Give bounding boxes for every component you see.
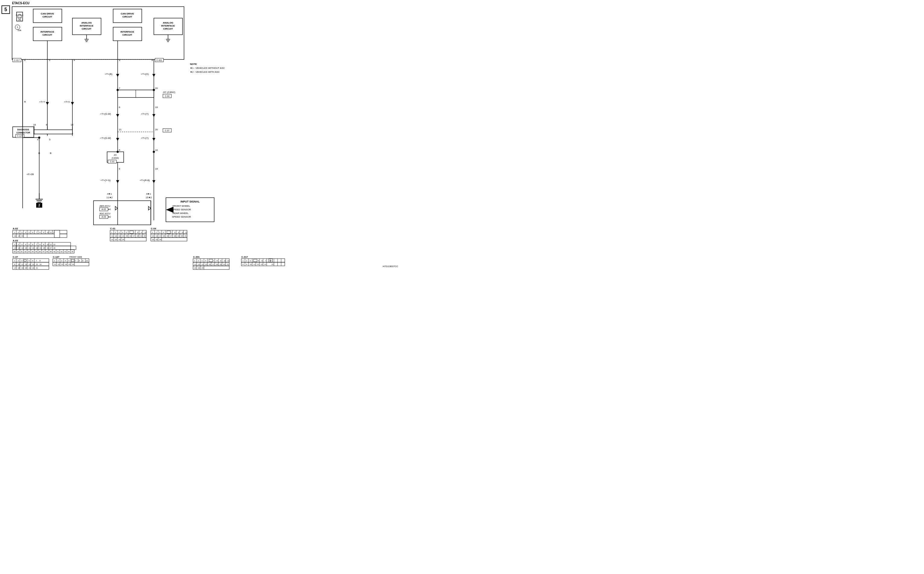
svg-text:5: 5 <box>258 260 259 262</box>
svg-text:7: 7 <box>36 244 37 245</box>
svg-text:J/C: J/C <box>114 154 117 156</box>
svg-text:4: 4 <box>205 260 206 262</box>
svg-text:11: 11 <box>50 232 52 233</box>
svg-text:9: 9 <box>43 244 44 245</box>
svg-marker-139 <box>152 180 155 183</box>
svg-text:6: 6 <box>261 260 263 262</box>
svg-text:4: 4 <box>65 260 66 262</box>
svg-text:12: 12 <box>25 263 27 265</box>
svg-text:C-127: C-127 <box>53 255 60 258</box>
svg-text:40: 40 <box>54 251 55 252</box>
svg-text:5: 5 <box>68 260 70 262</box>
svg-marker-100 <box>46 102 49 105</box>
svg-text:9: 9 <box>82 260 83 262</box>
svg-text:13: 13 <box>261 263 263 265</box>
svg-text:<T>(O): <T>(O) <box>141 73 149 76</box>
svg-text:10: 10 <box>224 260 226 262</box>
svg-text:11★2: 11★2 <box>107 196 113 199</box>
svg-text:7: 7 <box>265 260 266 262</box>
svg-text:14: 14 <box>159 235 161 237</box>
svg-text:4: 4 <box>163 232 164 233</box>
svg-text:7: 7 <box>213 260 214 262</box>
svg-text:8: 8 <box>39 260 41 262</box>
svg-text:9: 9 <box>14 263 16 265</box>
svg-text:2: 2 <box>18 232 19 233</box>
svg-text:CAN DRIVE: CAN DRIVE <box>41 13 54 15</box>
svg-text:<T>V: <T>V <box>64 101 70 103</box>
svg-text:5: 5 <box>119 149 120 151</box>
svg-text:8: 8 <box>79 260 80 262</box>
svg-text:12: 12 <box>194 263 197 265</box>
svg-text:24: 24 <box>122 239 124 241</box>
svg-text:8: 8 <box>137 232 139 233</box>
svg-text:·FRONT WHEEL: ·FRONT WHEEL <box>172 205 190 207</box>
svg-text:15: 15 <box>126 235 128 237</box>
svg-text:39: 39 <box>50 251 52 252</box>
svg-text:9: 9 <box>246 263 247 265</box>
svg-rect-248 <box>71 246 76 249</box>
svg-text:16: 16 <box>167 235 168 237</box>
svg-marker-76 <box>152 114 155 117</box>
svg-text:22: 22 <box>32 267 35 269</box>
svg-text:20: 20 <box>223 263 225 265</box>
svg-text:9: 9 <box>119 59 120 62</box>
svg-text:21: 21 <box>29 247 31 249</box>
svg-text:26: 26 <box>47 247 49 249</box>
svg-text:13: 13 <box>198 263 200 265</box>
svg-marker-124 <box>152 138 155 141</box>
svg-rect-465 <box>209 259 213 262</box>
svg-rect-345 <box>71 260 74 261</box>
svg-text:30: 30 <box>17 251 19 252</box>
svg-text:7: 7 <box>119 87 120 90</box>
svg-text:23: 23 <box>156 239 158 241</box>
svg-text:10: 10 <box>18 263 20 265</box>
svg-text:9: 9 <box>178 232 179 233</box>
svg-text:6★1: 6★1 <box>146 192 151 195</box>
svg-text:20: 20 <box>25 267 27 269</box>
svg-text:13: 13 <box>61 263 63 265</box>
svg-rect-198 <box>54 230 60 238</box>
svg-text:17: 17 <box>170 235 172 237</box>
svg-text:19: 19 <box>220 263 222 265</box>
svg-text:18: 18 <box>137 235 139 237</box>
svg-text:B: B <box>50 152 51 155</box>
svg-text:C-301: C-301 <box>193 255 200 258</box>
svg-text:1: 1 <box>194 260 195 262</box>
svg-text:9: 9 <box>141 232 142 233</box>
svg-text:22: 22 <box>194 267 197 269</box>
svg-text:21: 21 <box>227 263 229 265</box>
svg-text:6: 6 <box>46 123 47 126</box>
svg-text:CIRCUIT: CIRCUIT <box>43 16 52 18</box>
svg-text:CIRCUIT: CIRCUIT <box>123 16 132 18</box>
svg-text:2: 2 <box>18 244 19 245</box>
svg-text:14: 14 <box>201 263 204 265</box>
svg-text:ANALOG: ANALOG <box>163 21 173 24</box>
svg-text:12: 12 <box>54 244 55 245</box>
svg-text:4: 4 <box>122 232 123 233</box>
svg-text:24: 24 <box>39 247 42 249</box>
svg-text:8: 8 <box>217 260 218 262</box>
svg-rect-95 <box>34 130 72 134</box>
svg-text:20: 20 <box>155 128 158 131</box>
svg-text:C-01: C-01 <box>110 161 114 162</box>
svg-text:15: 15 <box>68 263 71 265</box>
svg-text:CIRCUIT: CIRCUIT <box>123 33 132 36</box>
svg-text:4: 4 <box>37 138 39 141</box>
svg-text:17: 17 <box>213 263 214 265</box>
svg-text:14: 14 <box>71 123 73 126</box>
svg-point-69 <box>117 89 119 91</box>
svg-text:C-301: C-301 <box>156 59 162 61</box>
svg-text:20: 20 <box>25 247 27 249</box>
svg-text:41: 41 <box>57 251 59 252</box>
svg-text:1: 1 <box>14 260 16 262</box>
svg-text:19: 19 <box>155 167 158 170</box>
svg-text:3: 3 <box>21 232 23 233</box>
svg-text:8: 8 <box>174 232 176 233</box>
svg-text:6: 6 <box>32 260 33 262</box>
svg-text:SPEED SENSOR: SPEED SENSOR <box>172 208 191 211</box>
svg-text:12: 12 <box>115 235 117 237</box>
svg-rect-418 <box>167 231 170 233</box>
svg-text:CIRCUIT: CIRCUIT <box>43 33 52 36</box>
svg-text:21: 21 <box>119 128 121 131</box>
svg-text:32: 32 <box>24 251 26 252</box>
